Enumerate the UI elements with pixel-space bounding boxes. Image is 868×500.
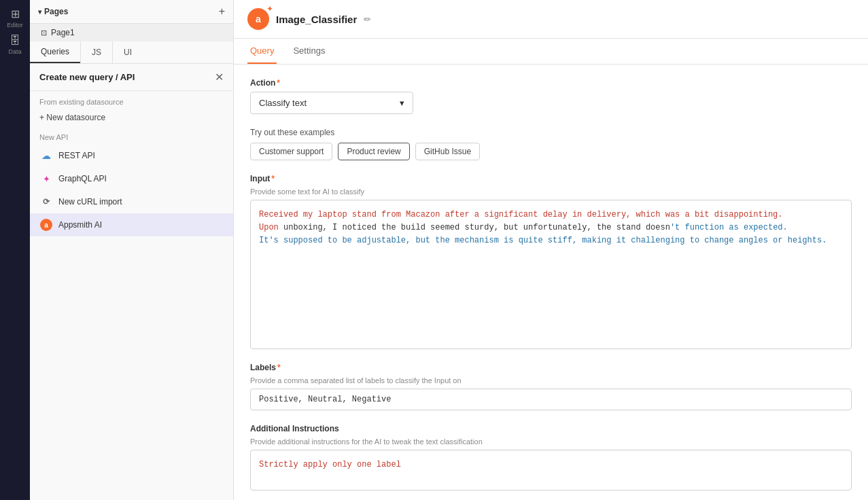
additional-instructions-label: Additional Instructions (250, 424, 852, 433)
rest-api-icon: ☁ (39, 149, 53, 162)
pages-header-toggle[interactable]: ▾ Pages (38, 7, 68, 16)
graphql-api-label: GraphQL API (58, 174, 107, 183)
page-item-page1[interactable]: ⊡ Page1 (30, 24, 233, 41)
graphql-api-icon: ✦ (39, 172, 53, 185)
labels-desc: Provide a comma separated list of labels… (250, 376, 852, 385)
action-select[interactable]: Classify text ▾ (250, 92, 413, 114)
additional-instructions-textarea[interactable]: Strictly apply only one label (250, 450, 852, 490)
app-title: Image_Classifier (276, 14, 357, 25)
input-required: * (271, 174, 275, 183)
input-label: Input * (250, 174, 852, 183)
example-buttons: Customer support Product review GitHub I… (250, 143, 852, 160)
data-icon: 🗄 (10, 35, 20, 47)
action-group: Action * Classify text ▾ (250, 78, 852, 114)
api-item-appsmith[interactable]: a Appsmith AI (30, 213, 233, 236)
example-btn-customer-support[interactable]: Customer support (250, 143, 332, 160)
create-query-panel: Create new query / API ✕ From existing d… (30, 64, 233, 500)
tab-queries[interactable]: Queries (30, 41, 80, 63)
curl-import-label: New cURL import (58, 197, 122, 207)
graphql-icon: ✦ (43, 174, 50, 184)
sidebar-icons: ⊞ Editor 🗄 Data (0, 0, 30, 500)
tab-query[interactable]: Query (247, 39, 277, 64)
labels-input[interactable] (250, 389, 852, 410)
sidebar-item-editor[interactable]: ⊞ Editor (3, 5, 27, 30)
action-required: * (277, 78, 280, 88)
query-tabs: Query Settings (234, 39, 868, 65)
logo-wrapper: a ✦ (247, 8, 269, 30)
action-dropdown-arrow: ▾ (400, 98, 404, 108)
new-api-label: New API (30, 126, 233, 144)
edit-title-icon[interactable]: ✏ (364, 14, 371, 24)
editor-icon: ⊞ (11, 7, 20, 20)
input-code-content: Received my laptop stand from Macazon af… (259, 210, 827, 245)
app-header: a ✦ Image_Classifier ✏ (234, 0, 868, 39)
spark-icon: ✦ (266, 4, 273, 14)
example-btn-github-issue[interactable]: GitHub Issue (415, 143, 480, 160)
panel-tabs: Queries JS UI (30, 41, 233, 64)
labels-group: Labels * Provide a comma separated list … (250, 363, 852, 410)
pages-label: Pages (44, 7, 68, 16)
labels-label: Labels * (250, 363, 852, 372)
cloud-icon: ☁ (41, 150, 51, 161)
from-existing-label: From existing datasource (30, 91, 233, 109)
left-panel: ▾ Pages + ⊡ Page1 Queries JS UI Create n… (30, 0, 234, 500)
input-group: Input * Provide some text for AI to clas… (250, 174, 852, 349)
input-textarea[interactable]: Received my laptop stand from Macazon af… (250, 200, 852, 349)
rest-api-label: REST API (58, 151, 95, 160)
additional-instructions-desc: Provide additional instructions for the … (250, 438, 852, 446)
action-select-value: Classify text (259, 98, 307, 108)
appsmith-ai-label: Appsmith AI (58, 220, 102, 230)
input-desc: Provide some text for AI to classify (250, 188, 852, 196)
main-content: a ✦ Image_Classifier ✏ Query Settings Ac… (234, 0, 868, 500)
examples-label: Try out these examples (250, 128, 852, 137)
examples-group: Try out these examples Customer support … (250, 128, 852, 160)
logo-text: a (256, 14, 261, 24)
add-page-button[interactable]: + (219, 5, 225, 18)
labels-required: * (277, 363, 281, 372)
api-item-rest[interactable]: ☁ REST API (30, 144, 233, 167)
example-btn-product-review[interactable]: Product review (338, 143, 409, 160)
sidebar-item-data[interactable]: 🗄 Data (3, 33, 27, 57)
appsmith-icon: a (40, 219, 52, 231)
pages-header: ▾ Pages + (30, 0, 233, 24)
chevron-down-icon: ▾ (38, 8, 41, 16)
action-label: Action * (250, 78, 852, 88)
api-item-curl[interactable]: ⟳ New cURL import (30, 190, 233, 213)
additional-instructions-value: Strictly apply only one label (259, 460, 401, 469)
form-content: Action * Classify text ▾ Try out these e… (234, 65, 868, 500)
page-icon: ⊡ (41, 29, 47, 37)
new-datasource-button[interactable]: + New datasource (30, 109, 233, 126)
tab-settings[interactable]: Settings (290, 39, 328, 64)
create-query-header: Create new query / API ✕ (30, 64, 233, 91)
tab-ui[interactable]: UI (113, 41, 143, 63)
tab-js[interactable]: JS (81, 41, 112, 63)
api-item-graphql[interactable]: ✦ GraphQL API (30, 167, 233, 190)
curl-icon-container: ⟳ (39, 195, 53, 209)
additional-instructions-group: Additional Instructions Provide addition… (250, 424, 852, 490)
close-button[interactable]: ✕ (215, 71, 224, 84)
curl-icon: ⟳ (43, 197, 50, 207)
app-logo: a ✦ (247, 8, 269, 30)
page-item-label: Page1 (51, 28, 75, 37)
appsmith-icon-container: a (39, 218, 53, 232)
create-query-title: Create new query / API (39, 72, 135, 82)
